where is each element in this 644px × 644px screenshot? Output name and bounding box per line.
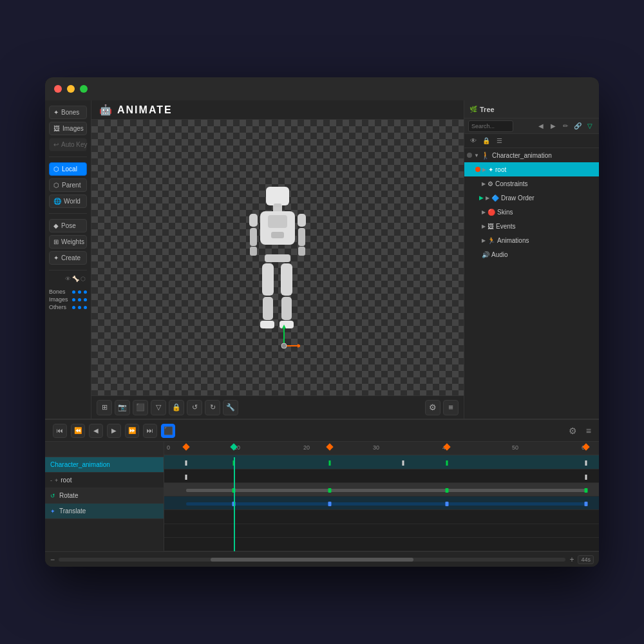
timeline-toolbar: ⏮ ⏪ ◀ ▶ ⏩ ⏭ ⬛ ⚙ ≡ [45, 420, 599, 442]
robot-body-area [249, 211, 306, 256]
bones-button[interactable]: ✦ Bones [49, 106, 87, 119]
world-button[interactable]: 🌐 World [49, 194, 87, 208]
local-icon: ⬡ [53, 166, 59, 173]
robot-torso [260, 211, 295, 245]
checker-background [91, 120, 464, 395]
char-icon: 🚶 [481, 151, 490, 160]
root-arrow: ▶ [482, 167, 486, 173]
tree-lock2-icon[interactable]: 🔒 [481, 136, 491, 146]
viewport[interactable] [91, 120, 464, 395]
tree-forward-icon[interactable]: ▶ [548, 121, 558, 131]
play-back-button[interactable]: ◀ [89, 424, 103, 438]
parent-button[interactable]: ⬡ Parent [49, 178, 87, 192]
titlebar [45, 77, 599, 100]
play-button[interactable]: ▶ [107, 424, 121, 438]
timeline-ruler: 0 10 20 30 40 50 60 [164, 442, 599, 455]
tree-eye-icon[interactable]: 👁 [468, 136, 478, 146]
animate-label: ANIMATE [117, 104, 173, 116]
tree-filter-icon[interactable]: ▽ [585, 121, 595, 131]
tree-action-icons: ◀ ▶ ✏ 🔗 ▽ [536, 121, 595, 131]
timeline-menu-icon[interactable]: ≡ [586, 426, 591, 436]
go-start-button[interactable]: ⏮ [53, 424, 67, 438]
grid-tool[interactable]: ⊞ [97, 400, 112, 415]
filter-tool[interactable]: ▽ [151, 400, 166, 415]
audio-label: Audio [491, 251, 508, 258]
viewport-header: 🤖 ANIMATE [91, 100, 464, 120]
tree-view-toolbar: 👁 🔒 ☰ [464, 134, 599, 148]
tl-row-rotate[interactable]: ↺ Rotate [45, 488, 164, 504]
tl-row-root[interactable]: - + root [45, 473, 164, 488]
rotate-kf1 [232, 488, 236, 493]
step-forward-button[interactable]: ⏩ [125, 424, 139, 438]
translate-kf3 [445, 502, 448, 506]
tree-search-input[interactable] [468, 120, 513, 132]
track-rotate[interactable] [164, 483, 599, 497]
settings-tool[interactable]: ⚙ [425, 400, 440, 415]
tree-back-icon[interactable]: ◀ [536, 121, 546, 131]
draworder-icon: 🔷 [491, 194, 499, 202]
constraints-arrow: ▶ [482, 181, 486, 187]
menu-tool[interactable]: ≡ [443, 400, 459, 415]
tree-item-audio[interactable]: 🔊 Audio [464, 247, 599, 261]
draworder-label: Draw Order [501, 194, 535, 202]
track-translate[interactable] [164, 497, 599, 510]
tree-panel: 🌿 Tree ◀ ▶ ✏ 🔗 ▽ 👁 🔒 ☰ [464, 100, 599, 419]
rotate-kf3 [445, 488, 448, 493]
tl-char-label: Character_animation [50, 461, 110, 468]
viewport-toolbar: ⊞ 📷 ⬛ ▽ 🔒 ↺ ↻ 🔧 ⚙ ≡ [91, 395, 464, 419]
scroll-thumb[interactable] [211, 558, 413, 562]
go-end-button[interactable]: ⏭ [143, 424, 157, 438]
scroll-track[interactable] [59, 558, 565, 562]
draworder-green: ▶ [479, 194, 484, 201]
ruler-50: 50 [512, 444, 518, 451]
robot-right-arm [298, 214, 306, 256]
tree-item-animations[interactable]: ▶ 🏃 Animations [464, 233, 599, 247]
wrench-tool[interactable]: 🔧 [223, 400, 238, 415]
track-char[interactable] [164, 455, 599, 469]
tree-title: Tree [480, 106, 495, 113]
tree-header: 🌿 Tree [464, 100, 599, 118]
scroll-plus-button[interactable]: + [569, 555, 574, 564]
loop-button[interactable]: ⬛ [161, 424, 175, 438]
tl-row-translate[interactable]: ✦ Translate [45, 504, 164, 519]
minimize-button[interactable] [67, 85, 75, 93]
create-button[interactable]: ✦ Create [49, 251, 87, 265]
local-button[interactable]: ⬡ Local [49, 162, 87, 176]
tree-pencil-icon[interactable]: ✏ [560, 121, 571, 131]
pose-icon: ◆ [53, 222, 59, 229]
tree-link-icon[interactable]: 🔗 [573, 121, 583, 131]
track-root[interactable] [164, 469, 599, 483]
tree-list-icon[interactable]: ☰ [494, 136, 504, 146]
tree-item-skins[interactable]: ▶ 🔴 Skins [464, 205, 599, 219]
tl-row-char[interactable]: Character_animation [45, 457, 164, 473]
tree-item-events[interactable]: ▶ 🖼 Events [464, 219, 599, 233]
tree-item-draworder[interactable]: ▶ ▶ 🔷 Draw Order [464, 191, 599, 205]
autokey-button[interactable]: ↩ Auto Key [49, 138, 87, 151]
images-button[interactable]: 🖼 Images [49, 122, 87, 135]
undo-tool[interactable]: ↺ [187, 400, 202, 415]
lock-tool[interactable]: 🔒 [169, 400, 184, 415]
track-empty2 [164, 524, 599, 538]
transform-gizmo [268, 323, 300, 357]
step-back-button[interactable]: ⏪ [71, 424, 85, 438]
skins-icon: 🔴 [488, 209, 495, 216]
tree-item-character[interactable]: ▼ 🚶 Character_animation [464, 148, 599, 162]
camera-tool[interactable]: 📷 [115, 400, 130, 415]
record-tool[interactable]: ⬛ [133, 400, 148, 415]
pose-button[interactable]: ◆ Pose [49, 219, 87, 232]
timeline-settings-icon[interactable]: ⚙ [569, 426, 577, 436]
close-button[interactable] [54, 85, 62, 93]
layer-table: Bones Images Others [49, 289, 87, 312]
tree-item-root[interactable]: ▶ ✦ root [464, 162, 599, 176]
maximize-button[interactable] [80, 85, 88, 93]
char-kf6 [585, 460, 587, 466]
root-kf2 [585, 475, 587, 480]
ruler-spacer-label [45, 442, 164, 457]
tree-item-constraints[interactable]: ▶ ⚙ Constraints [464, 176, 599, 191]
create-icon: ✦ [53, 254, 59, 261]
scroll-minus-button[interactable]: − [50, 555, 55, 564]
char-label: Character_animation [492, 152, 552, 159]
weights-button[interactable]: ⊞ Weights [49, 235, 87, 249]
redo-tool[interactable]: ↻ [205, 400, 220, 415]
draworder-arrow: ▶ [486, 195, 489, 201]
